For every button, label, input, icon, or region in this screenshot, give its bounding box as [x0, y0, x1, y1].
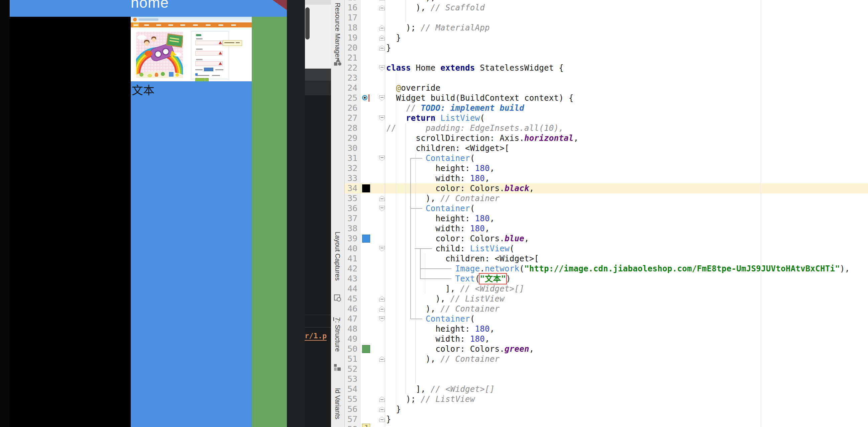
line-number[interactable]: 41 [345, 254, 358, 264]
line-number[interactable]: 18 [345, 23, 358, 33]
line-number[interactable]: 47 [345, 314, 358, 324]
line-number[interactable]: 58 [345, 424, 358, 427]
scrollbar-thumb[interactable] [305, 7, 310, 39]
line-number[interactable]: 33 [345, 173, 358, 183]
stripe-resource-manager[interactable]: Resource Manager [334, 3, 341, 60]
line-number[interactable]: 17 [345, 13, 358, 23]
fold-marker-start[interactable] [379, 206, 385, 211]
fold-marker-end[interactable] [379, 45, 385, 51]
line-number[interactable]: 28 [345, 123, 358, 133]
fold-marker-start[interactable] [379, 316, 385, 321]
fold-marker-start[interactable] [379, 65, 385, 70]
code-line[interactable]: Widget build(BuildContext context) { [386, 93, 574, 103]
line-number[interactable]: 20 [345, 43, 358, 53]
structure-icon[interactable] [334, 364, 341, 371]
line-number[interactable]: 31 [345, 153, 358, 163]
code-line[interactable]: ), // ListView [386, 294, 504, 304]
code-line[interactable]: ), // Container [386, 193, 499, 203]
fold-marker-end[interactable] [379, 25, 385, 30]
code-line[interactable]: color: Colors.black, [386, 183, 534, 193]
code-line[interactable]: ], // <Widget>[] [386, 284, 524, 294]
fold-marker-end[interactable] [379, 5, 385, 10]
fold-marker-end[interactable] [379, 296, 385, 302]
code-line[interactable]: ); // MaterialApp [386, 23, 490, 33]
line-number[interactable]: 21 [345, 53, 358, 63]
code-line[interactable]: return ListView( [386, 113, 485, 123]
fold-marker-start[interactable] [379, 95, 385, 101]
code-line[interactable]: width: 180, [386, 224, 490, 234]
code-line[interactable]: Container( [386, 153, 475, 163]
code-line[interactable]: height: 180, [386, 163, 495, 173]
code-line[interactable]: children: <Widget>[ [386, 143, 509, 153]
code-line[interactable]: @override [386, 83, 440, 93]
line-number[interactable]: 24 [345, 83, 358, 93]
line-number[interactable]: 54 [345, 384, 358, 394]
line-number[interactable]: 26 [345, 103, 358, 113]
fold-marker-end[interactable] [379, 357, 385, 362]
line-number[interactable]: 43 [345, 274, 358, 284]
line-number[interactable]: 35 [345, 193, 358, 203]
color-swatch-blue[interactable] [362, 235, 370, 243]
layout-captures-icon[interactable] [334, 294, 341, 303]
stripe-layout-captures[interactable]: Layout Captures [334, 232, 341, 281]
line-number[interactable]: 56 [345, 404, 358, 414]
line-number[interactable]: 44 [345, 284, 358, 294]
code-line[interactable]: color: Colors.blue, [386, 234, 529, 244]
code-line[interactable]: width: 180, [386, 334, 490, 344]
code-line[interactable]: // padding: EdgeInsets.all(10), [386, 123, 564, 133]
line-number[interactable]: 50 [345, 344, 358, 354]
code-line[interactable]: height: 180, [386, 324, 495, 334]
line-number[interactable]: 22 [345, 63, 358, 73]
code-line[interactable]: } [386, 43, 391, 53]
code-line[interactable]: } [386, 414, 391, 424]
fold-marker-end[interactable] [379, 0, 385, 0]
code-line[interactable]: height: 180, [386, 214, 495, 224]
line-number[interactable]: 48 [345, 324, 358, 334]
code-line[interactable]: ); // ListView [386, 394, 475, 404]
line-number[interactable]: 52 [345, 364, 358, 374]
line-number[interactable]: 32 [345, 163, 358, 173]
code-line[interactable]: Text("文本") [386, 274, 511, 284]
code-line[interactable]: ), // Container [386, 304, 499, 314]
line-number[interactable]: 16 [345, 3, 358, 13]
stripe-build-variants[interactable]: ld Variants [334, 388, 341, 419]
code-line[interactable]: width: 180, [386, 173, 490, 183]
fold-marker-start[interactable] [379, 155, 385, 161]
line-number[interactable]: 42 [345, 264, 358, 274]
line-number[interactable]: 27 [345, 113, 358, 123]
fold-marker-start[interactable] [379, 115, 385, 121]
color-swatch-black[interactable] [362, 184, 370, 192]
line-number[interactable]: 38 [345, 224, 358, 234]
resource-manager-icon[interactable] [334, 58, 341, 66]
code-line[interactable]: Container( [386, 314, 475, 324]
fold-marker-end[interactable] [379, 35, 385, 40]
color-swatch-green[interactable] [362, 345, 370, 353]
code-line[interactable]: child: ListView( [386, 244, 515, 254]
stripe-structure[interactable]: 7: Structure [334, 317, 341, 352]
code-line[interactable]: } [386, 404, 401, 414]
fold-marker-end[interactable] [379, 306, 385, 312]
fold-marker-end[interactable] [379, 196, 385, 201]
code-line[interactable]: color: Colors.green, [386, 344, 534, 354]
code-line[interactable]: Image.network("http://image.cdn.jiabaole… [386, 264, 849, 274]
line-number[interactable]: 39 [345, 234, 358, 244]
line-number[interactable]: 29 [345, 133, 358, 143]
code-line[interactable]: Container( [386, 203, 475, 214]
line-number[interactable]: 55 [345, 394, 358, 404]
line-number[interactable]: 51 [345, 354, 358, 364]
code-line[interactable]: class Home extends StatelessWidget { [386, 63, 564, 73]
console-file-link[interactable]: r/1.p [305, 332, 327, 341]
overrides-method-icon[interactable] [362, 94, 369, 102]
fold-marker-end[interactable] [379, 397, 385, 402]
code-line[interactable]: ), [386, 0, 436, 3]
line-number[interactable]: 30 [345, 143, 358, 153]
code-line[interactable]: children: <Widget>[ [386, 254, 539, 264]
code-line[interactable]: ], // <Widget>[] [386, 384, 495, 394]
line-number[interactable]: 19 [345, 33, 358, 43]
line-number[interactable]: 34 [345, 183, 358, 193]
code-line[interactable]: ), // Scaffold [386, 3, 485, 13]
line-number[interactable]: 23 [345, 73, 358, 83]
line-number[interactable]: 40 [345, 244, 358, 254]
line-number[interactable]: 45 [345, 294, 358, 304]
line-number[interactable]: 46 [345, 304, 358, 314]
